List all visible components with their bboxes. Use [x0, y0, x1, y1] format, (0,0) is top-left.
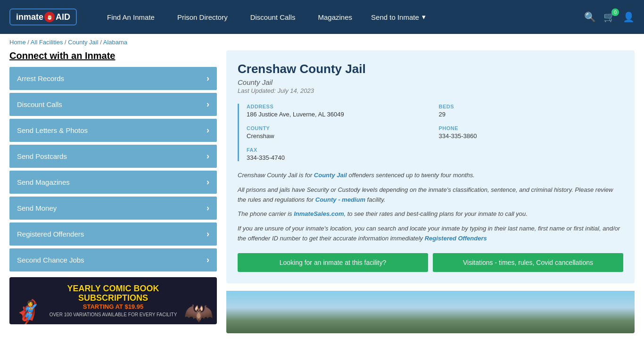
sidebar-item-discount-calls[interactable]: Discount Calls ›: [9, 93, 217, 116]
action-buttons: Looking for an inmate at this facility? …: [238, 253, 623, 272]
logo-dot: 🎅: [44, 12, 55, 22]
fax-value: 334-335-4740: [247, 154, 431, 161]
sidebar-item-send-magazines[interactable]: Send Magazines ›: [9, 171, 217, 194]
desc-3: The phone carrier is InmateSales.com, to…: [238, 209, 623, 219]
facility-image: [226, 291, 635, 333]
breadcrumb-all-facilities[interactable]: All Facilities: [31, 39, 63, 46]
chevron-icon-5: ›: [206, 203, 209, 213]
facility-updated: Last Updated: July 14, 2023: [238, 87, 623, 94]
ad-content: YEARLY COMIC BOOKSUBSCRIPTIONS STARTING …: [50, 284, 177, 317]
user-icon[interactable]: 👤: [623, 11, 635, 23]
header: inmate 🎅 AID Find An Inmate Prison Direc…: [0, 0, 644, 34]
cart-icon[interactable]: 🛒 0: [603, 11, 615, 23]
ad-banner[interactable]: 🦸 YEARLY COMIC BOOKSUBSCRIPTIONS STARTIN…: [9, 277, 217, 324]
chevron-icon-0: ›: [206, 74, 209, 83]
county-medium-link[interactable]: County - medium: [315, 196, 365, 203]
visitations-button[interactable]: Visitations - times, rules, Covid cancel…: [433, 253, 623, 272]
breadcrumb-home[interactable]: Home: [9, 39, 26, 46]
sidebar-item-second-chance-jobs[interactable]: Second Chance Jobs ›: [9, 248, 217, 272]
looking-for-inmate-button[interactable]: Looking for an inmate at this facility?: [238, 253, 428, 272]
county-label: COUNTY: [247, 125, 431, 131]
phone-value: 334-335-3860: [439, 132, 624, 140]
facility-card: Crenshaw County Jail County Jail Last Up…: [226, 50, 635, 283]
ad-small: OVER 100 VARIATIONS AVAILABLE FOR EVERY …: [50, 312, 177, 317]
chevron-icon-6: ›: [206, 229, 209, 239]
ad-subtitle: STARTING AT $19.95: [50, 303, 177, 310]
address-label: ADDRESS: [247, 104, 431, 109]
phone-block: PHONE 334-335-3860: [439, 125, 624, 140]
beds-value: 29: [439, 111, 624, 118]
nav-prison-directory[interactable]: Prison Directory: [166, 0, 239, 34]
address-block: ADDRESS 186 Justice Ave, Luverne, AL 360…: [247, 104, 431, 118]
breadcrumb-county-jail[interactable]: County Jail: [68, 39, 98, 46]
connect-heading: Connect with an Inmate: [9, 50, 217, 61]
cart-badge: 0: [611, 8, 619, 16]
nav-discount-calls[interactable]: Discount Calls: [239, 0, 307, 34]
nav-find-inmate[interactable]: Find An Inmate: [96, 0, 166, 34]
sidebar-item-arrest-records[interactable]: Arrest Records ›: [9, 67, 217, 90]
chevron-icon-1: ›: [206, 99, 209, 109]
county-value: Crenshaw: [247, 132, 431, 140]
county-block: COUNTY Crenshaw: [247, 125, 431, 140]
ad-hero-right: 🦇: [184, 301, 213, 324]
chevron-icon-7: ›: [206, 255, 209, 265]
info-grid: ADDRESS 186 Justice Ave, Luverne, AL 360…: [238, 104, 623, 161]
fax-label: FAX: [247, 147, 431, 153]
nav-magazines[interactable]: Magazines: [307, 0, 364, 34]
chevron-icon-3: ›: [206, 151, 209, 161]
breadcrumb-state[interactable]: Alabama: [103, 39, 127, 46]
nav-send-to-inmate[interactable]: Send to Inmate ▾: [363, 0, 433, 34]
main-nav: Find An Inmate Prison Directory Discount…: [96, 0, 584, 34]
address-value: 186 Justice Ave, Luverne, AL 36049: [247, 111, 431, 118]
desc-2: All prisons and jails have Security or C…: [238, 185, 623, 205]
sidebar-item-send-postcards[interactable]: Send Postcards ›: [9, 145, 217, 168]
ad-hero-left: 🦸: [13, 301, 42, 324]
main-content: Crenshaw County Jail County Jail Last Up…: [226, 50, 635, 333]
breadcrumb: Home / All Facilities / County Jail / Al…: [0, 34, 644, 50]
logo-aid-text: AID: [56, 12, 70, 22]
main-layout: Connect with an Inmate Arrest Records › …: [0, 50, 644, 333]
search-icon[interactable]: 🔍: [584, 11, 596, 23]
sidebar: Connect with an Inmate Arrest Records › …: [9, 50, 217, 333]
county-jail-link[interactable]: County Jail: [314, 172, 347, 179]
facility-title: Crenshaw County Jail: [238, 62, 623, 76]
sidebar-item-registered-offenders[interactable]: Registered Offenders ›: [9, 222, 217, 246]
desc-4: If you are unsure of your inmate's locat…: [238, 224, 623, 244]
chevron-icon-2: ›: [206, 125, 209, 135]
phone-label: PHONE: [439, 125, 624, 131]
facility-type: County Jail: [238, 78, 623, 86]
fax-block: FAX 334-335-4740: [247, 147, 431, 161]
chevron-icon-4: ›: [206, 177, 209, 187]
desc-1: Crenshaw County Jail is for County Jail …: [238, 171, 623, 181]
beds-label: BEDS: [439, 104, 624, 109]
inmate-sales-link[interactable]: InmateSales.com: [294, 210, 344, 217]
logo-inmate-text: inmate: [16, 12, 43, 22]
logo[interactable]: inmate 🎅 AID: [9, 8, 77, 25]
sidebar-item-send-letters[interactable]: Send Letters & Photos ›: [9, 119, 217, 142]
beds-block: BEDS 29: [439, 104, 624, 118]
registered-offenders-link[interactable]: Registered Offenders: [425, 235, 487, 242]
sidebar-item-send-money[interactable]: Send Money ›: [9, 197, 217, 220]
ad-title: YEARLY COMIC BOOKSUBSCRIPTIONS: [50, 284, 177, 303]
nav-icons: 🔍 🛒 0 👤: [584, 11, 635, 23]
